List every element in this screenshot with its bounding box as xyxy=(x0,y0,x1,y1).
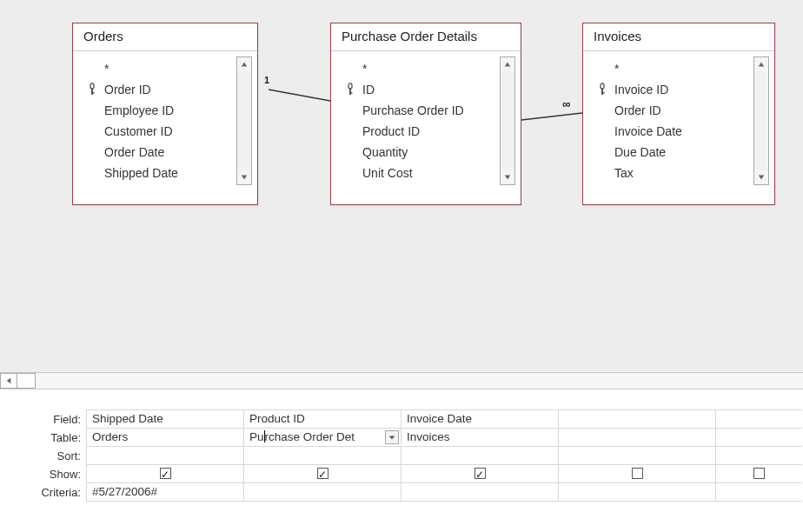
show-checkbox[interactable] xyxy=(474,468,486,479)
row-label-field: Field: xyxy=(0,410,86,429)
grid-cell-show[interactable] xyxy=(558,464,716,483)
grid-cell-sort[interactable] xyxy=(243,446,402,465)
field-label: Unit Cost xyxy=(362,166,413,180)
field-row[interactable]: Tax xyxy=(590,163,750,183)
grid-cell-show[interactable] xyxy=(401,464,559,483)
row-label-table: Table: xyxy=(0,429,86,447)
scroll-down-icon[interactable] xyxy=(237,170,251,184)
field-label: Product ID xyxy=(362,124,420,138)
grid-row-criteria: Criteria: #5/27/2006# xyxy=(0,483,803,502)
field-label: Invoice ID xyxy=(614,83,668,96)
field-label: Customer ID xyxy=(104,124,173,138)
show-checkbox[interactable] xyxy=(753,468,765,479)
field-label: Invoice Date xyxy=(614,124,682,138)
field-list[interactable]: * Order ID Employee ID Customer ID Order… xyxy=(78,57,236,185)
field-row[interactable]: Customer ID xyxy=(80,121,233,142)
field-row[interactable]: Unit Cost xyxy=(338,163,496,183)
grid-cell-table[interactable]: Orders xyxy=(86,428,244,447)
scroll-up-icon[interactable] xyxy=(501,57,514,71)
grid-cell-field[interactable] xyxy=(715,409,802,429)
scroll-down-icon[interactable] xyxy=(754,170,768,184)
relationship-diagram-pane[interactable]: 1 ∞ Orders * Order ID Employee ID Custom… xyxy=(0,0,803,372)
grid-cell-show[interactable] xyxy=(715,464,802,483)
grid-cell-table[interactable] xyxy=(715,428,802,447)
svg-rect-9 xyxy=(601,88,603,95)
field-row[interactable]: Due Date xyxy=(590,142,750,163)
row-label-sort: Sort: xyxy=(0,447,86,465)
field-label: Quantity xyxy=(362,145,408,159)
field-row[interactable]: ID xyxy=(338,79,496,100)
primary-key-icon xyxy=(595,83,609,96)
grid-cell-sort[interactable] xyxy=(86,446,244,465)
field-row[interactable]: Shipped Date xyxy=(80,163,233,183)
grid-cell-table[interactable]: Invoices xyxy=(401,428,559,447)
table-box-invoices[interactable]: Invoices * Invoice ID Order ID Invoice D… xyxy=(582,23,775,205)
field-row[interactable]: Invoice Date xyxy=(590,121,750,142)
field-row[interactable]: Invoice ID xyxy=(590,79,750,100)
svg-rect-10 xyxy=(601,92,605,94)
grid-cell-field[interactable] xyxy=(558,409,716,429)
grid-cell-field[interactable]: Product ID xyxy=(243,409,402,429)
field-row[interactable]: Order ID xyxy=(80,79,233,100)
svg-rect-6 xyxy=(349,88,351,95)
scroll-down-icon[interactable] xyxy=(501,170,514,184)
field-row[interactable]: Employee ID xyxy=(80,100,233,121)
grid-cell-sort[interactable] xyxy=(401,446,559,465)
scroll-track[interactable] xyxy=(237,71,251,170)
field-label: Order Date xyxy=(104,145,164,159)
grid-cell-criteria[interactable] xyxy=(243,482,402,502)
grid-cell-table[interactable] xyxy=(558,428,716,447)
show-checkbox[interactable] xyxy=(317,468,328,479)
grid-cell-criteria[interactable] xyxy=(715,482,802,502)
field-row[interactable]: Order Date xyxy=(80,142,233,163)
primary-key-icon xyxy=(85,83,99,96)
show-checkbox[interactable] xyxy=(632,468,643,479)
field-row[interactable]: Quantity xyxy=(338,142,496,163)
scroll-up-icon[interactable] xyxy=(237,57,251,71)
field-list-scrollbar[interactable] xyxy=(236,57,252,185)
field-row[interactable]: * xyxy=(590,58,750,79)
grid-cell-criteria[interactable] xyxy=(558,482,716,502)
field-row[interactable]: Product ID xyxy=(338,121,496,142)
table-box-purchase-order-details[interactable]: Purchase Order Details * ID Purchase Ord… xyxy=(330,23,521,205)
field-row[interactable]: * xyxy=(80,58,233,79)
grid-cell-show[interactable] xyxy=(243,464,402,483)
grid-cell-criteria[interactable]: #5/27/2006# xyxy=(86,482,244,502)
grid-cell-field[interactable]: Invoice Date xyxy=(401,409,559,429)
relationship-end-label-many: ∞ xyxy=(562,97,570,110)
grid-cell-table-active[interactable]: Purchase Order Det xyxy=(243,428,402,447)
dropdown-icon[interactable] xyxy=(385,430,399,444)
show-checkbox[interactable] xyxy=(160,468,171,479)
field-label: * xyxy=(362,62,367,76)
field-list-scrollbar[interactable] xyxy=(753,57,769,185)
grid-cell-show[interactable] xyxy=(86,464,244,483)
cell-text: Pu xyxy=(249,430,264,443)
grid-cell-field[interactable]: Shipped Date xyxy=(86,409,244,429)
svg-rect-4 xyxy=(91,92,95,94)
scroll-up-icon[interactable] xyxy=(754,57,768,71)
grid-cell-criteria[interactable] xyxy=(401,482,559,502)
grid-cell-sort[interactable] xyxy=(558,446,716,465)
table-box-orders[interactable]: Orders * Order ID Employee ID Customer I… xyxy=(72,23,258,205)
field-list[interactable]: * Invoice ID Order ID Invoice Date Due D… xyxy=(588,57,753,185)
table-title: Invoices xyxy=(583,23,774,51)
row-label-show: Show: xyxy=(0,465,86,483)
field-row[interactable]: Order ID xyxy=(590,100,750,121)
scroll-track[interactable] xyxy=(36,373,803,389)
scroll-thumb[interactable] xyxy=(17,373,36,389)
query-design-grid: Field: Shipped Date Product ID Invoice D… xyxy=(0,389,803,502)
field-row[interactable]: * xyxy=(338,58,496,79)
field-list[interactable]: * ID Purchase Order ID Product ID Quanti… xyxy=(336,57,500,185)
table-title: Purchase Order Details xyxy=(331,23,521,51)
grid-row-field: Field: Shipped Date Product ID Invoice D… xyxy=(0,410,803,429)
relationship-line-2 xyxy=(521,106,582,122)
scroll-track[interactable] xyxy=(754,71,768,170)
scroll-track[interactable] xyxy=(501,71,514,170)
pane-horizontal-scrollbar[interactable] xyxy=(0,372,803,389)
scroll-left-icon[interactable] xyxy=(0,373,17,389)
field-row[interactable]: Purchase Order ID xyxy=(338,100,496,121)
grid-cell-sort[interactable] xyxy=(715,446,802,465)
svg-line-0 xyxy=(269,90,330,101)
row-label-criteria: Criteria: xyxy=(0,483,86,502)
field-list-scrollbar[interactable] xyxy=(500,57,515,185)
